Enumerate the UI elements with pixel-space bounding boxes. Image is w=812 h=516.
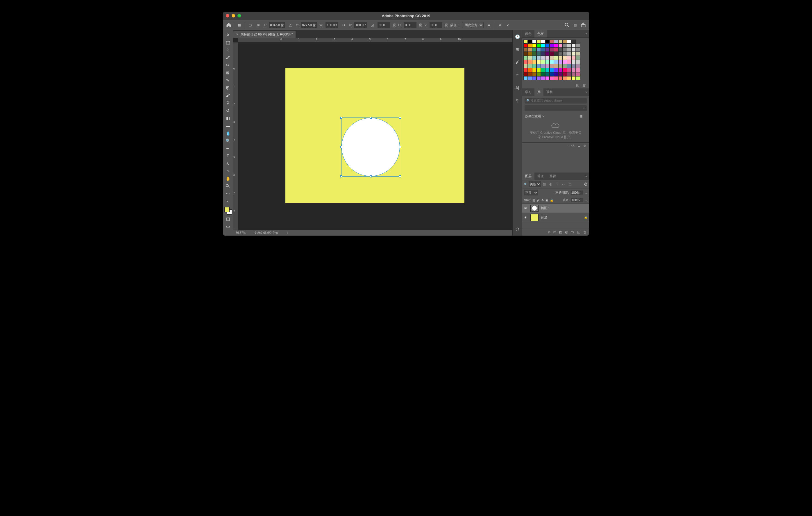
swatch[interactable]: [576, 68, 580, 72]
swatch[interactable]: [541, 60, 545, 64]
swatch[interactable]: [563, 72, 567, 76]
swatch[interactable]: [563, 64, 567, 68]
search-icon[interactable]: [564, 22, 570, 28]
wh-link-icon[interactable]: ⚯: [341, 22, 346, 28]
swatch[interactable]: [558, 39, 563, 44]
layer-mask-icon[interactable]: ◩: [559, 230, 562, 234]
swatch[interactable]: [563, 44, 567, 48]
swatch[interactable]: [567, 39, 571, 44]
panel-menu-icon[interactable]: ≡: [586, 32, 587, 36]
swatch[interactable]: [554, 44, 558, 48]
swatch[interactable]: [571, 39, 576, 44]
swatch[interactable]: [536, 52, 541, 56]
document-info[interactable]: 文档:7.66M/0 字节: [254, 231, 278, 235]
swatch[interactable]: [523, 56, 528, 60]
swatch[interactable]: [563, 52, 567, 56]
ellipse-shape[interactable]: [342, 118, 400, 176]
shape-square-icon[interactable]: ▢: [247, 22, 253, 28]
character-tab-icon[interactable]: A|: [514, 84, 521, 91]
fill-chevron-icon[interactable]: ⌄: [585, 199, 587, 202]
type-tool[interactable]: T: [224, 153, 232, 159]
swatch[interactable]: [571, 48, 576, 52]
zoom-level[interactable]: 66.67%: [236, 231, 245, 235]
history-brush-tool[interactable]: ↺: [224, 107, 232, 114]
channels-tab[interactable]: 通道: [534, 172, 547, 180]
swatch[interactable]: [558, 64, 563, 68]
swatch[interactable]: [528, 76, 532, 80]
layer-group-icon[interactable]: 🗀: [571, 230, 574, 234]
lock-transparency-icon[interactable]: ▨: [532, 199, 535, 202]
swatch[interactable]: [541, 56, 545, 60]
swatch[interactable]: [523, 72, 528, 76]
filter-toggle-icon[interactable]: ⏻: [584, 182, 587, 186]
marquee-tool[interactable]: ⬚: [224, 39, 232, 46]
swatch[interactable]: [532, 39, 536, 44]
commit-transform-icon[interactable]: ✓: [505, 22, 511, 28]
swatch[interactable]: [523, 52, 528, 56]
swatch[interactable]: [554, 64, 558, 68]
cube-tab-icon[interactable]: ⬡: [514, 226, 521, 233]
lock-artboard-icon[interactable]: ▣: [546, 199, 548, 202]
color-wells[interactable]: [224, 207, 232, 215]
hskew-field[interactable]: [404, 22, 416, 28]
transform-handle[interactable]: [399, 146, 401, 148]
y-field[interactable]: [301, 22, 317, 28]
swatch[interactable]: [523, 76, 528, 80]
gradient-tool[interactable]: ▬: [224, 122, 232, 129]
color-tab[interactable]: 颜色: [522, 30, 534, 37]
transform-ref-icon[interactable]: ▦: [237, 22, 242, 28]
swatch[interactable]: [532, 44, 536, 48]
swatch[interactable]: [576, 52, 580, 56]
interpolation-select[interactable]: 两次立方: [462, 22, 484, 28]
swatch[interactable]: [550, 48, 554, 52]
layer-item[interactable]: 👁 背景 🔒: [522, 213, 589, 222]
learn-tab[interactable]: 学习: [522, 88, 534, 96]
healing-tool[interactable]: ⛨: [224, 84, 232, 91]
swatch[interactable]: [558, 56, 563, 60]
swatch[interactable]: [541, 68, 545, 72]
swatch[interactable]: [545, 60, 550, 64]
swatch[interactable]: [523, 44, 528, 48]
swatch[interactable]: [567, 44, 571, 48]
swatch[interactable]: [576, 56, 580, 60]
properties-tab-icon[interactable]: ⊞: [514, 46, 521, 53]
swatch[interactable]: [528, 68, 532, 72]
swatch[interactable]: [576, 48, 580, 52]
transform-handle[interactable]: [370, 175, 372, 178]
history-tab-icon[interactable]: 🕑: [514, 33, 521, 40]
swatch[interactable]: [541, 72, 545, 76]
swatch[interactable]: [536, 48, 541, 52]
swatch[interactable]: [541, 48, 545, 52]
warp-icon[interactable]: 𝌆: [486, 22, 492, 28]
swatch[interactable]: [558, 44, 563, 48]
swatch[interactable]: [545, 56, 550, 60]
paragraph-tab-icon[interactable]: ¶: [514, 97, 521, 104]
filter-pixel-icon[interactable]: ▨: [542, 182, 547, 186]
swatch[interactable]: [554, 39, 558, 44]
swatch[interactable]: [541, 76, 545, 80]
w-field[interactable]: [325, 22, 338, 28]
filter-search-icon[interactable]: 🔍: [524, 183, 527, 186]
swatch[interactable]: [576, 60, 580, 64]
library-dropdown[interactable]: ⌄: [525, 105, 587, 111]
frame-tool[interactable]: ⊠: [224, 69, 232, 76]
opacity-chevron-icon[interactable]: ⌄: [585, 191, 587, 195]
swatch[interactable]: [567, 52, 571, 56]
swatch[interactable]: [528, 48, 532, 52]
swatch[interactable]: [545, 64, 550, 68]
status-arrow-icon[interactable]: 〉: [287, 231, 290, 235]
delete-icon[interactable]: 🗑: [583, 144, 586, 147]
swatch[interactable]: [563, 76, 567, 80]
swatch[interactable]: [536, 68, 541, 72]
swatch[interactable]: [541, 64, 545, 68]
swatch[interactable]: [554, 60, 558, 64]
blur-tool[interactable]: 💧: [224, 130, 232, 137]
horizontal-ruler[interactable]: 012345678910: [238, 38, 512, 43]
lock-all-icon[interactable]: 🔒: [550, 199, 553, 202]
swatch[interactable]: [536, 64, 541, 68]
swatch[interactable]: [554, 68, 558, 72]
opacity-field[interactable]: [571, 191, 583, 195]
new-layer-icon[interactable]: ◰: [577, 230, 580, 234]
swatch[interactable]: [571, 60, 576, 64]
fill-field[interactable]: [571, 198, 583, 202]
